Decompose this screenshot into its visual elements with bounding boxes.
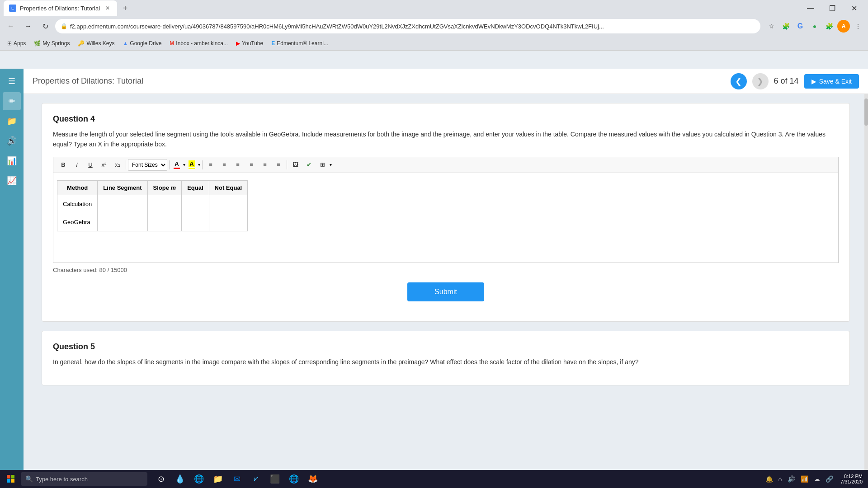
scrollbar[interactable] [864, 94, 868, 470]
bookmark-inbox[interactable]: M Inbox - amber.kinca... [166, 38, 231, 48]
google-icon[interactable]: G [794, 20, 807, 33]
align-left-button[interactable]: ≡ [245, 159, 258, 171]
sidebar-edit-icon[interactable]: ✏ [3, 92, 21, 110]
next-page-button[interactable]: ❯ [752, 73, 769, 89]
question4-card: Question 4 Measure the length of your se… [42, 103, 850, 322]
bookmark-label: Inbox - amber.kinca... [176, 40, 228, 47]
align-center-button[interactable]: ≡ [259, 159, 271, 171]
sidebar-audio-icon[interactable]: 🔊 [3, 132, 21, 150]
tab-close-button[interactable]: ✕ [104, 4, 112, 12]
url-bar[interactable]: 🔒 f2.app.edmentum.com/courseware-deliver… [55, 19, 760, 33]
highlight-bar [189, 168, 195, 169]
row1-notequal[interactable] [209, 195, 248, 213]
submit-button[interactable]: Submit [407, 282, 484, 301]
bold-button[interactable]: B [57, 159, 70, 171]
underline-button[interactable]: U [84, 159, 97, 171]
tray-volume-icon[interactable]: 🔊 [786, 474, 797, 484]
bookmark-label: YouTube [242, 40, 263, 47]
taskbar-firefox[interactable]: 🦊 [304, 470, 322, 488]
tray-link-icon[interactable]: 🔗 [824, 474, 835, 484]
image-button[interactable]: 🖼 [289, 159, 302, 171]
bookmark-youtube[interactable]: ▶ YouTube [232, 38, 267, 48]
browser-tab[interactable]: E Properties of Dilations: Tutorial ✕ [4, 0, 117, 16]
row1-linesegment[interactable] [98, 195, 147, 213]
taskbar-mail[interactable]: ✉ [228, 470, 246, 488]
new-tab-button[interactable]: + [119, 2, 132, 14]
tray-home-icon[interactable]: ⌂ [777, 474, 784, 484]
taskbar-edge[interactable]: 🌐 [190, 470, 208, 488]
row2-notequal[interactable] [209, 213, 248, 231]
row1-equal[interactable] [182, 195, 209, 213]
svg-rect-2 [7, 479, 10, 483]
window-controls: — ❐ ✕ [800, 0, 864, 16]
align-right-button[interactable]: ≡ [272, 159, 285, 171]
page-indicator: 6 of 14 [774, 76, 799, 86]
question4-title: Question 4 [53, 114, 839, 124]
bookmark-willeskeys[interactable]: 🔑 Willes Keys [74, 38, 118, 48]
save-exit-button[interactable]: ▶ Save & Exit [804, 74, 859, 89]
subscript-button[interactable]: x₂ [111, 159, 124, 171]
font-size-select[interactable]: Font Sizes 81012141618 [128, 159, 167, 171]
back-button[interactable]: ← [4, 19, 18, 33]
maximize-button[interactable]: ❐ [822, 0, 843, 16]
col-header-linesegment: Line Segment [98, 180, 147, 195]
tray-notification-icon[interactable]: 🔔 [764, 474, 775, 484]
scrollbar-thumb[interactable] [864, 99, 868, 126]
font-color-button[interactable]: A [171, 159, 182, 171]
bookmark-label: Edmentum® Learni... [277, 40, 328, 47]
font-color-arrow[interactable]: ▾ [183, 162, 185, 167]
tray-cloud-icon[interactable]: ☁ [812, 474, 822, 484]
svg-rect-0 [7, 475, 10, 479]
sidebar-menu-icon[interactable]: ☰ [3, 72, 21, 90]
table-row: Calculation [57, 195, 248, 213]
highlight-color-arrow[interactable]: ▾ [198, 162, 200, 167]
close-button[interactable]: ✕ [844, 0, 864, 16]
taskbar-files[interactable]: 📁 [209, 470, 227, 488]
superscript-button[interactable]: x² [98, 159, 110, 171]
sidebar-chart-icon[interactable]: 📊 [3, 152, 21, 170]
sidebar-folder-icon[interactable]: 📁 [3, 112, 21, 130]
row2-linesegment[interactable] [98, 213, 147, 231]
indent-left-button[interactable]: ≡ [231, 159, 244, 171]
taskbar-dropbox[interactable]: 💧 [171, 470, 189, 488]
highlight-color-button[interactable]: A [186, 159, 197, 171]
star-icon[interactable]: ☆ [765, 20, 778, 33]
taskbar-minecraft[interactable]: ⬛ [266, 470, 284, 488]
profile-avatar[interactable]: A [837, 20, 850, 33]
question5-title: Question 5 [53, 342, 839, 352]
table-button[interactable]: ⊞ [316, 159, 329, 171]
editor-area[interactable]: Method Line Segment Slope m Equal Not Eq… [53, 173, 839, 263]
sidebar-analytics-icon[interactable]: 📈 [3, 172, 21, 190]
bookmark-apps[interactable]: ⊞ Apps [4, 38, 29, 48]
page-of-text: of [781, 76, 788, 85]
row2-slope[interactable] [147, 213, 182, 231]
page-total: 14 [790, 76, 799, 85]
row2-equal[interactable] [182, 213, 209, 231]
taskbar-taskview[interactable]: ⊙ [152, 470, 170, 488]
forward-button[interactable]: → [21, 19, 35, 33]
taskbar-krita[interactable]: 🗸 [247, 470, 265, 488]
bullet-list-button[interactable]: ≡ [204, 159, 217, 171]
bookmark-edmentum[interactable]: E Edmentum® Learni... [268, 38, 332, 48]
bookmark-mysprings[interactable]: 🌿 My Springs [30, 38, 73, 48]
row1-slope[interactable] [147, 195, 182, 213]
taskbar-right: 🔔 ⌂ 🔊 📶 ☁ 🔗 8:12 PM 7/31/2020 [764, 474, 866, 484]
prev-page-button[interactable]: ❮ [731, 73, 747, 89]
start-button[interactable] [2, 470, 20, 488]
vpn-icon[interactable]: ● [808, 20, 821, 33]
table-button-arrow[interactable]: ▾ [330, 162, 332, 167]
taskbar-search-bar[interactable]: 🔍 Type here to search [21, 472, 147, 486]
minimize-button[interactable]: — [800, 0, 821, 16]
bookmark-drive[interactable]: ▲ Google Drive [119, 38, 165, 48]
menu-button[interactable]: ⋮ [852, 20, 864, 33]
taskbar-chrome[interactable]: 🌐 [285, 470, 303, 488]
puzzle-icon[interactable]: 🧩 [823, 20, 835, 33]
numbered-list-button[interactable]: ≡ [218, 159, 231, 171]
tray-network-icon[interactable]: 📶 [799, 474, 810, 484]
extensions-icon[interactable]: 🧩 [779, 20, 792, 33]
check-button[interactable]: ✔ [302, 159, 315, 171]
italic-button[interactable]: I [71, 159, 83, 171]
question5-card: Question 5 In general, how do the slopes… [42, 331, 850, 385]
refresh-button[interactable]: ↻ [38, 19, 52, 33]
tab-favicon: E [9, 5, 16, 12]
